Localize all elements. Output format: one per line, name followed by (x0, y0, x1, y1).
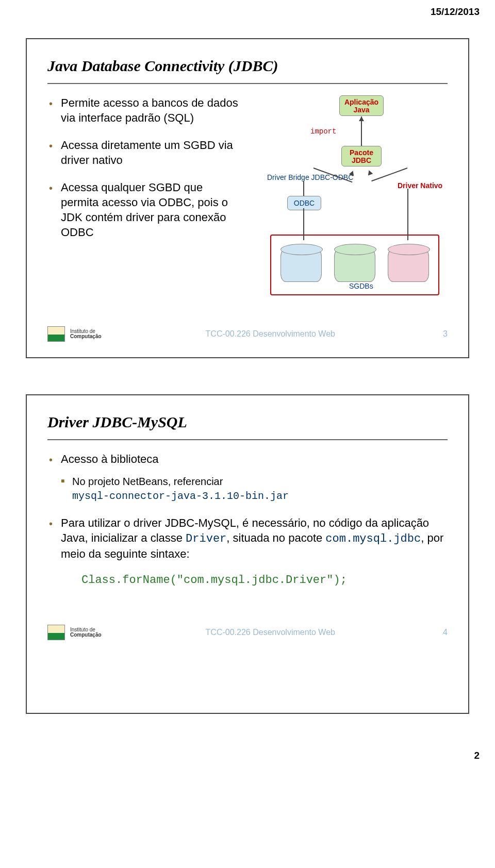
diagram-box-package: Pacote JDBC (341, 146, 382, 166)
slide-2-title: Driver JDBC-MySQL (47, 413, 448, 431)
slide-1-bullet-1: Permite acesso a bancos de dados via int… (47, 95, 241, 125)
slide-1-number: 3 (439, 329, 448, 339)
diagram-label-native: Driver Nativo (398, 181, 442, 190)
institute-logo-text: Instituto de Computação (70, 329, 102, 340)
diagram-box-odbc: ODBC (287, 196, 321, 210)
title-rule (47, 83, 448, 84)
page-number: 2 (0, 750, 495, 767)
slide-2-sub-prefix: No projeto NetBeans, referenciar (72, 476, 223, 487)
slide-1-bullet-3: Acessa qualquer SGBD que permita acesso … (47, 180, 241, 240)
diagram-db-cylinder-2 (334, 248, 375, 282)
page-date: 15/12/2013 (0, 0, 495, 18)
slide-2-sub-code: mysql-connector-java-3.1.10-bin.jar (72, 490, 289, 502)
slide-2-sub-bullet: No projeto NetBeans, referenciar mysql-c… (61, 475, 448, 503)
slide-1-bullets: Permite acesso a bancos de dados via int… (47, 95, 241, 307)
diagram-db-cylinder-3 (388, 248, 429, 282)
title-rule (47, 439, 448, 440)
slide-2-b2-code1: Driver (186, 532, 226, 545)
diagram-line (407, 189, 408, 240)
diagram-label-app: Aplicação Java (344, 98, 378, 114)
slide-2-bullet-1: Acesso à biblioteca No projeto NetBeans,… (47, 452, 448, 503)
diagram-label-sgdbs: SGDBs (349, 282, 373, 290)
diagram-line (303, 208, 304, 240)
diagram-label-import: import (310, 127, 336, 136)
jdbc-architecture-diagram: Aplicação Java import Pacote JDBC Driver… (252, 95, 448, 307)
slide-2: Driver JDBC-MySQL Acesso à biblioteca No… (26, 394, 469, 714)
diagram-line (371, 168, 407, 181)
footer-course-label: TCC-00.226 Desenvolvimento Web (206, 329, 335, 339)
slide-1-title: Java Database Connectivity (JDBC) (47, 57, 448, 75)
slide-2-number: 4 (439, 628, 448, 637)
institute-logo-text: Instituto de Computação (70, 627, 102, 638)
slide-1-footer: Instituto de Computação TCC-00.226 Desen… (47, 326, 448, 342)
slide-2-code-line: Class.forName("com.mysql.jdbc.Driver"); (81, 573, 448, 588)
slide-2-b2-mid: , situada no pacote (226, 531, 325, 544)
slide-2-b2-code2: com.mysql.jdbc (325, 532, 421, 545)
diagram-box-application: Aplicação Java (339, 95, 384, 116)
diagram-label-odbc: ODBC (294, 199, 315, 207)
logo-text-big: Computação (70, 334, 102, 340)
slide-1: Java Database Connectivity (JDBC) Permit… (26, 38, 469, 358)
slide-2-bullet-2: Para utilizar o driver JDBC-MySQL, é nec… (47, 515, 448, 588)
diagram-line (303, 181, 304, 196)
diagram-arrow (359, 116, 364, 121)
footer-course-label: TCC-00.226 Desenvolvimento Web (206, 628, 335, 637)
diagram-arrow (367, 170, 373, 176)
institute-logo-icon (47, 625, 65, 640)
diagram-db-cylinder-1 (280, 248, 322, 282)
slide-2-footer: Instituto de Computação TCC-00.226 Desen… (47, 625, 448, 640)
slide-2-bullets: Acesso à biblioteca No projeto NetBeans,… (47, 452, 448, 588)
diagram-label-pkg: Pacote JDBC (350, 148, 373, 164)
slide-2-bullet-1-text: Acesso à biblioteca (61, 453, 159, 465)
logo-text-big: Computação (70, 632, 102, 638)
institute-logo-icon (47, 326, 65, 342)
slide-1-bullet-2: Acessa diretamente um SGBD via driver na… (47, 138, 241, 168)
